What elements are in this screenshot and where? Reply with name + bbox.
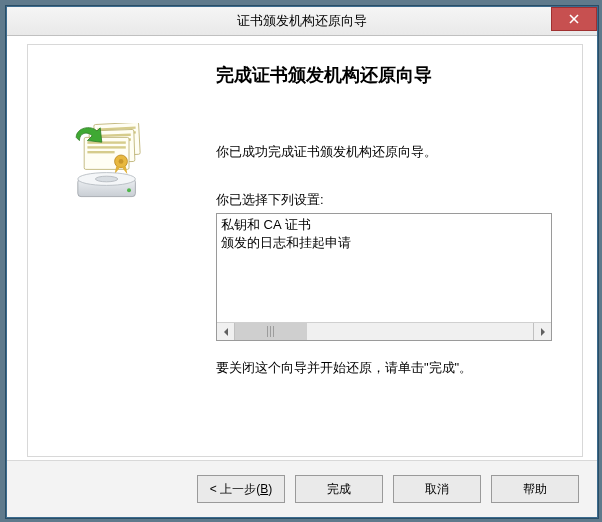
scrollbar-thumb[interactable] bbox=[235, 323, 307, 340]
help-button-label: 帮助 bbox=[523, 481, 547, 498]
back-button-hotkey: B bbox=[260, 482, 268, 496]
cancel-button[interactable]: 取消 bbox=[393, 475, 481, 503]
scroll-left-arrow-icon[interactable] bbox=[217, 323, 235, 340]
wizard-panel: 完成证书颁发机构还原向导 你已成功完成证书颁发机构还原向导。 你已选择下列设置:… bbox=[27, 44, 583, 457]
success-text: 你已成功完成证书颁发机构还原向导。 bbox=[216, 143, 568, 161]
close-button[interactable] bbox=[551, 7, 597, 31]
horizontal-scrollbar[interactable] bbox=[217, 322, 551, 340]
list-item: 私钥和 CA 证书 bbox=[221, 216, 547, 234]
titlebar: 证书颁发机构还原向导 bbox=[7, 7, 597, 36]
cancel-button-label: 取消 bbox=[425, 481, 449, 498]
finish-button[interactable]: 完成 bbox=[295, 475, 383, 503]
settings-list-content: 私钥和 CA 证书 颁发的日志和挂起申请 bbox=[221, 216, 547, 322]
settings-label: 你已选择下列设置: bbox=[216, 191, 568, 209]
finish-button-label: 完成 bbox=[327, 481, 351, 498]
back-button[interactable]: < 上一步(B) bbox=[197, 475, 285, 503]
window-title: 证书颁发机构还原向导 bbox=[237, 12, 367, 30]
svg-point-18 bbox=[95, 176, 117, 182]
help-button[interactable]: 帮助 bbox=[491, 475, 579, 503]
svg-point-19 bbox=[127, 188, 131, 192]
wizard-sidebar bbox=[28, 45, 208, 456]
instruction-text: 要关闭这个向导并开始还原，请单击"完成"。 bbox=[216, 359, 568, 377]
list-item: 颁发的日志和挂起申请 bbox=[221, 234, 547, 252]
wizard-content: 完成证书颁发机构还原向导 你已成功完成证书颁发机构还原向导。 你已选择下列设置:… bbox=[216, 55, 568, 446]
settings-listbox: 私钥和 CA 证书 颁发的日志和挂起申请 bbox=[216, 213, 552, 341]
scrollbar-track[interactable] bbox=[235, 323, 533, 340]
scroll-right-arrow-icon[interactable] bbox=[533, 323, 551, 340]
close-icon bbox=[569, 14, 579, 24]
svg-point-15 bbox=[119, 159, 124, 164]
page-heading: 完成证书颁发机构还原向导 bbox=[216, 63, 568, 87]
wizard-body: 完成证书颁发机构还原向导 你已成功完成证书颁发机构还原向导。 你已选择下列设置:… bbox=[7, 36, 597, 461]
wizard-icon bbox=[68, 123, 158, 203]
back-button-suffix: ) bbox=[268, 482, 272, 496]
button-row: < 上一步(B) 完成 取消 帮助 bbox=[7, 460, 597, 517]
svg-rect-11 bbox=[87, 141, 125, 143]
wizard-window: 证书颁发机构还原向导 bbox=[6, 6, 598, 518]
back-button-prefix: < 上一步( bbox=[210, 481, 260, 498]
svg-rect-12 bbox=[87, 146, 125, 148]
svg-rect-13 bbox=[87, 151, 114, 153]
